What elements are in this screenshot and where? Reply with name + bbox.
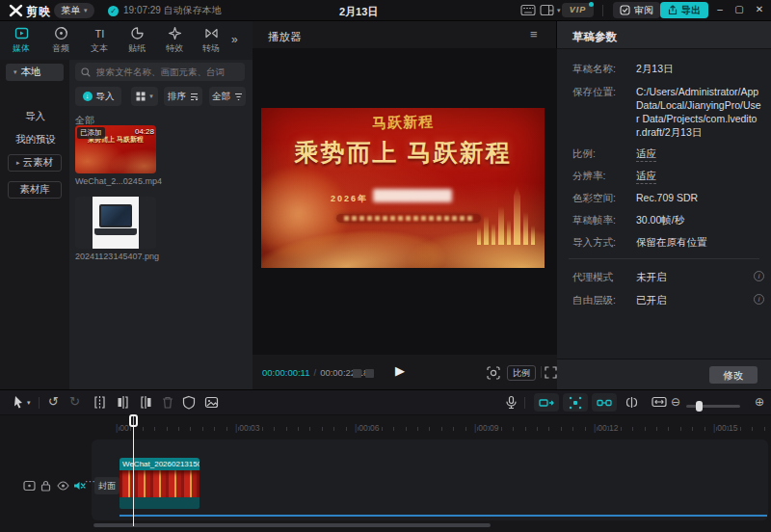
expand-tabs-icon[interactable]: » [231,33,238,46]
transitions-icon [204,26,219,40]
sort-button[interactable]: 排序 [164,87,202,106]
effects-icon [168,26,182,40]
ratio-dropdown-value[interactable]: 适应 [636,146,656,162]
video-main-title: 乘势而上 马跃新程 [261,137,545,169]
record-audio-mic-icon[interactable] [505,395,518,410]
play-button[interactable]: ▶ [395,363,405,378]
sidebar-item-cloud[interactable]: ▸ 云素材 [8,154,62,172]
minimize-button[interactable]: – [713,3,727,16]
timeline-scrollbar[interactable] [93,523,491,527]
app-logo-text: 剪映 [26,4,51,20]
preview-quality-icon[interactable] [487,366,500,380]
playhead[interactable] [133,415,134,526]
clip-filmstrip[interactable] [120,470,199,497]
video-year-text: 2026年 [331,193,368,205]
ripple-edit-toggle[interactable] [534,393,559,412]
app-window: 剪映 菜单 ▾ ✓ 19:07:29 自动保存本地 2月13日 ▾ VIP [0,0,771,532]
app-logo-icon [9,4,23,17]
timeline-toolbar: ▾ ↺ ↻ [0,390,771,415]
undo-icon[interactable]: ↺ [48,394,59,409]
zoom-slider-handle[interactable] [696,401,703,412]
resolution-dropdown-value[interactable]: 适应 [636,169,656,184]
chevron-down-icon: ▾ [84,7,88,14]
text-icon: TI [93,26,107,40]
player-menu-icon[interactable]: ≡ [530,27,538,41]
sidebar-item-presets[interactable]: 我的预设 [15,133,56,146]
info-icon[interactable]: i [754,294,764,305]
delete-left-icon[interactable] [116,395,130,410]
adjust-image-icon[interactable] [204,395,219,410]
link-clips-toggle[interactable] [592,393,617,412]
clip-header[interactable]: WeChat_202602131502 [120,458,199,470]
filter-button[interactable]: 全部 [209,87,246,106]
time-separator: / [313,367,316,378]
view-mode-button[interactable]: ▾ [131,87,158,106]
zoom-out-icon[interactable]: ⊖ [671,395,680,409]
preview-axis-icon[interactable] [625,395,639,410]
cover-button[interactable]: 封面 [94,477,120,494]
media-side-nav: ▾ 本地 导入 我的预设 ▸ 云素材 素材库 [0,60,69,389]
frame-preview-icon[interactable] [353,369,361,378]
redo-icon[interactable]: ↻ [69,394,80,409]
image-preview [93,197,139,249]
caret-right-icon: ▸ [16,159,20,167]
split-clip-icon[interactable] [93,395,107,410]
controls-separator [541,366,542,378]
chevron-down-icon: ▾ [149,93,153,100]
vip-notification-dot [589,2,594,7]
main-track-line [120,515,767,517]
lock-track-icon[interactable] [40,480,51,492]
clip-name: WeChat_202602131502 [120,458,199,468]
snap-magnet-toggle[interactable] [563,393,588,412]
clip-audio-strip[interactable] [120,497,199,509]
timeline-ruler[interactable] [119,427,768,431]
tab-audio[interactable]: 音频 [41,26,80,55]
close-button[interactable]: ✕ [753,3,766,16]
tab-sticker[interactable]: 贴纸 [118,26,156,55]
tab-media[interactable]: 媒体 [2,26,40,55]
tab-text[interactable]: TI 文本 [80,26,119,55]
maximize-button[interactable]: ▢ [732,3,746,16]
cursor-mode-chevron-icon[interactable]: ▾ [27,399,31,407]
track-type-icon [23,480,36,492]
shortcut-keyboard-icon[interactable] [520,4,536,16]
info-icon[interactable]: i [754,271,764,281]
zoom-in-icon[interactable]: ⊕ [755,395,764,409]
layout-panels-icon[interactable] [540,4,554,16]
media-item-video-thumbnail[interactable]: 乘势而上 马跃新程 已添加 04:28 [75,125,156,173]
asset-tabbar: 媒体 音频 TI 文本 贴纸 [0,21,253,60]
aspect-ratio-button[interactable]: 比例 [507,365,536,381]
sidebar-item-import[interactable]: 导入 [25,110,45,123]
sidebar-item-local[interactable]: ▾ 本地 [6,64,64,81]
mask-shield-icon[interactable] [182,395,196,410]
added-badge: 已添加 [77,127,105,139]
menu-button[interactable]: 菜单 ▾ [54,3,94,18]
timeline-zoom-slider[interactable] [686,405,740,408]
hide-track-eye-icon[interactable] [57,480,69,492]
document-title: 2月13日 [339,5,378,19]
draft-params-panel: 草稿参数 草稿名称: 2月13日 保存位置: C:/Users/Administ… [557,21,771,389]
fullscreen-icon[interactable] [545,366,557,379]
frame-preview-icon[interactable] [365,369,374,378]
layout-chevron-icon[interactable]: ▾ [557,7,561,14]
delete-icon[interactable] [161,395,174,410]
media-item-image-name: 20241123145407.png [75,252,159,261]
fit-timeline-icon[interactable] [651,395,667,409]
review-button[interactable]: 审阅 [613,2,660,18]
toolbar-separator [39,397,40,409]
sidebar-item-library[interactable]: 素材库 [8,181,62,199]
delete-right-icon[interactable] [139,395,153,410]
modify-button[interactable]: 修改 [709,366,758,384]
tab-effects[interactable]: 特效 [155,26,194,55]
video-preview[interactable]: 马跃新程 乘势而上 马跃新程 2026年 [261,108,545,268]
playhead-handle[interactable] [129,414,138,427]
search-input[interactable] [94,66,239,78]
media-item-image-thumbnail[interactable] [75,197,156,249]
player-title: 播放器 [268,30,302,44]
media-search[interactable] [75,63,245,81]
select-cursor-icon[interactable] [12,395,25,410]
tab-transitions[interactable]: 转场 [192,26,230,55]
export-button[interactable]: 导出 [660,2,708,18]
import-button[interactable]: ↓ 导入 [75,87,121,106]
check-circle-icon: ✓ [108,6,119,16]
